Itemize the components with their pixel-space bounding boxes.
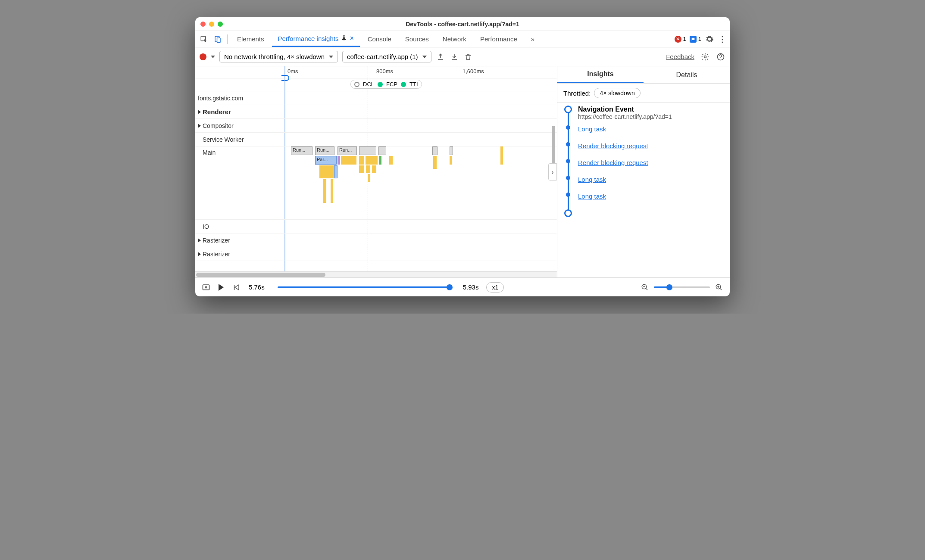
close-tab-icon[interactable]: ×: [350, 34, 353, 42]
throttle-select[interactable]: No network throttling, 4× slowdown: [219, 51, 338, 62]
import-icon[interactable]: [450, 52, 459, 62]
insight-marker: [566, 176, 570, 180]
export-icon[interactable]: [436, 52, 445, 62]
tab-console[interactable]: Console: [362, 31, 397, 47]
rewind-icon[interactable]: [231, 283, 241, 292]
flame-block[interactable]: [338, 156, 340, 165]
tabs-overflow[interactable]: »: [525, 31, 541, 47]
flame-block[interactable]: [366, 165, 370, 173]
insight-marker: [566, 142, 570, 146]
insight-item: Render blocking request: [563, 159, 724, 176]
expand-icon: [198, 110, 201, 114]
gear-icon[interactable]: [700, 52, 710, 62]
track-main[interactable]: Main Run... Run... Run... Par...: [195, 146, 557, 220]
tti-marker: [401, 82, 406, 87]
zoom-dot[interactable]: [218, 22, 223, 27]
insight-link[interactable]: Render blocking request: [578, 142, 648, 149]
zoom-in-icon[interactable]: [714, 283, 724, 292]
tab-elements[interactable]: Elements: [231, 31, 270, 47]
flame-task[interactable]: Run...: [291, 146, 312, 155]
expand-icon: [198, 238, 201, 243]
close-dot[interactable]: [200, 22, 206, 27]
insight-link[interactable]: Long task: [578, 193, 606, 200]
flame-task[interactable]: [432, 146, 438, 155]
flame-block[interactable]: [319, 165, 336, 178]
insight-link[interactable]: Long task: [578, 125, 606, 133]
flame-task[interactable]: [359, 146, 376, 155]
flame-block[interactable]: [366, 156, 378, 165]
tab-network[interactable]: Network: [437, 31, 472, 47]
tab-details[interactable]: Details: [644, 66, 730, 83]
flame-block[interactable]: [379, 156, 381, 165]
record-button[interactable]: [200, 53, 206, 60]
devtools-window: DevTools - coffee-cart.netlify.app/?ad=1…: [195, 17, 730, 296]
expand-icon: [198, 124, 201, 128]
flame-block[interactable]: [500, 146, 503, 165]
flame-block[interactable]: [389, 156, 393, 165]
flame-block[interactable]: [433, 156, 437, 169]
side-tabs: Insights Details: [557, 66, 730, 84]
feedback-link[interactable]: Feedback: [666, 53, 694, 60]
flame-block[interactable]: [323, 179, 326, 203]
time-ruler[interactable]: 0ms 800ms 1,600ms: [195, 66, 557, 78]
flame-block[interactable]: [359, 165, 364, 173]
help-icon[interactable]: [716, 52, 725, 62]
side-panel: Insights Details Throttled: 4× slowdown …: [557, 66, 730, 277]
tab-performance[interactable]: Performance: [474, 31, 523, 47]
track-rasterizer[interactable]: Rasterizer: [195, 247, 557, 261]
trash-icon[interactable]: [463, 52, 473, 62]
flame-parse[interactable]: Par...: [315, 156, 337, 165]
track-rasterizer[interactable]: Rasterizer: [195, 233, 557, 247]
flame-block[interactable]: [331, 179, 333, 203]
insight-link[interactable]: Render blocking request: [578, 159, 648, 166]
insight-link[interactable]: Long task: [578, 176, 606, 183]
tab-sources[interactable]: Sources: [399, 31, 435, 47]
track-renderer[interactable]: Renderer: [195, 105, 557, 119]
page-select[interactable]: coffee-cart.netlify.app (1): [342, 51, 431, 62]
collapse-sidepane-icon[interactable]: ›: [548, 163, 557, 180]
minimize-dot[interactable]: [209, 22, 214, 27]
throttle-pill[interactable]: 4× slowdown: [594, 88, 640, 98]
flame-block[interactable]: [341, 156, 356, 165]
inspect-icon[interactable]: [198, 33, 210, 45]
event-marker: [564, 106, 572, 113]
flame-task[interactable]: [450, 146, 453, 155]
track-compositor[interactable]: Compositor: [195, 119, 557, 133]
zoom-slider[interactable]: [654, 286, 710, 288]
screenshot-icon[interactable]: [201, 283, 211, 292]
flame-task[interactable]: [378, 146, 386, 155]
insight-item: Long task: [563, 176, 724, 193]
speed-pill[interactable]: x1: [486, 282, 504, 292]
record-menu-caret[interactable]: [211, 56, 215, 58]
zoom-out-icon[interactable]: [640, 283, 650, 292]
marker-guide: [368, 66, 368, 78]
flame-block[interactable]: [372, 165, 376, 173]
tab-insights[interactable]: Insights: [557, 66, 644, 83]
device-toggle-icon[interactable]: [212, 33, 224, 45]
expand-icon: [198, 252, 201, 256]
titlebar: DevTools - coffee-cart.netlify.app/?ad=1: [195, 17, 730, 31]
web-vitals-markers[interactable]: DCL FCP TTI: [350, 80, 422, 89]
vertical-scrollbar[interactable]: [552, 109, 556, 195]
track-io[interactable]: IO: [195, 220, 557, 233]
time-slider[interactable]: [278, 286, 450, 288]
flame-block[interactable]: [450, 156, 452, 165]
flame-task[interactable]: Run...: [315, 146, 334, 155]
play-button[interactable]: [219, 284, 224, 291]
traffic-lights: [200, 22, 223, 27]
track-row[interactable]: fonts.gstatic.com: [195, 91, 557, 105]
timeline-panel[interactable]: 0ms 800ms 1,600ms DCL FCP TTI fonts.gsta…: [195, 66, 557, 277]
settings-icon[interactable]: [705, 34, 714, 44]
flame-task[interactable]: Run...: [338, 146, 357, 155]
track-service-worker[interactable]: Service Worker: [195, 133, 557, 146]
kebab-icon[interactable]: ⋮: [718, 34, 727, 44]
flame-block[interactable]: [359, 156, 364, 165]
flame-block[interactable]: [368, 174, 370, 182]
insight-marker: [566, 193, 570, 197]
flame-block[interactable]: [334, 165, 338, 178]
insight-marker: [566, 125, 570, 130]
tab-performance-insights[interactable]: Performance insights ×: [272, 31, 360, 47]
error-badge[interactable]: ✕ 1: [675, 36, 686, 43]
message-badge[interactable]: 1: [690, 36, 701, 43]
horizontal-scrollbar[interactable]: [195, 271, 557, 277]
